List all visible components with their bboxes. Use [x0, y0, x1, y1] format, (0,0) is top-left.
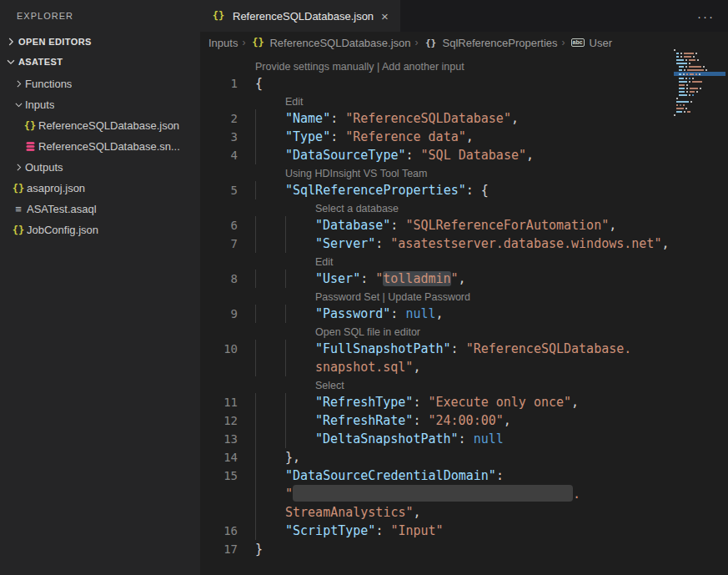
- breadcrumb-item-referencesqldatabase-json[interactable]: {}ReferenceSQLDatabase.json: [249, 37, 410, 49]
- tree-item-asatest-asaql[interactable]: ≡ASATest.asaql: [0, 199, 200, 219]
- tree-item-asaproj-json[interactable]: {}asaproj.json: [0, 178, 200, 199]
- indent-guide: [255, 181, 285, 199]
- section-open-editors[interactable]: OPEN EDITORS: [0, 32, 200, 52]
- codelens-row: Provide settings manually | Add another …: [200, 58, 728, 74]
- codelens-link[interactable]: Select a database: [315, 203, 399, 214]
- breadcrumb-label: SqlReferenceProperties: [443, 37, 558, 49]
- code-editor[interactable]: Provide settings manually | Add another …: [200, 53, 728, 575]
- explorer-sidebar: EXPLORER OPEN EDITORS ASATEST FunctionsI…: [0, 0, 200, 575]
- indent-guide: [255, 146, 285, 164]
- codelens-content[interactable]: Edit: [238, 93, 304, 109]
- tree-item-inputs[interactable]: Inputs: [0, 94, 200, 115]
- code-content[interactable]: {: [238, 74, 263, 93]
- codelens-link[interactable]: Using HDInsight VS Tool Team: [285, 168, 427, 179]
- minimap-line: [674, 65, 725, 68]
- code-line: 6"Database": "SQLReferenceForAutomation"…: [200, 216, 728, 235]
- code-content[interactable]: "FullSnapshotPath": "ReferenceSQLDatabas…: [238, 340, 631, 358]
- section-project-root[interactable]: ASATEST: [0, 52, 200, 72]
- codelens-content[interactable]: Edit: [238, 253, 334, 270]
- minimap-line: [674, 58, 725, 61]
- indent-guide: [285, 358, 315, 376]
- code-content[interactable]: "Database": "SQLReferenceForAutomation",: [238, 216, 616, 235]
- close-tab-icon[interactable]: ×: [379, 9, 390, 23]
- code-content[interactable]: "RefreshType": "Execute only once",: [238, 393, 579, 411]
- codelens-content[interactable]: Open SQL file in editor: [238, 323, 420, 340]
- editor-more-actions-icon[interactable]: ···: [697, 9, 728, 23]
- indent-guide: [255, 393, 285, 411]
- line-number: 2: [200, 109, 238, 128]
- breadcrumb-separator-icon: ›: [242, 37, 245, 48]
- tree-item-functions[interactable]: Functions: [0, 73, 200, 94]
- code-content[interactable]: },: [238, 448, 300, 467]
- codelens-link[interactable]: Open SQL file in editor: [315, 326, 420, 338]
- code-content[interactable]: "Server": "asatestserver.database.window…: [238, 235, 669, 253]
- codelens-content[interactable]: Select: [238, 376, 344, 393]
- line-number: [200, 93, 238, 109]
- indent-guide: [255, 305, 285, 323]
- codelens-link[interactable]: Edit: [315, 256, 334, 268]
- codelens-content[interactable]: Provide settings manually | Add another …: [238, 58, 464, 74]
- line-number: [200, 253, 238, 270]
- line-number: 4: [200, 146, 238, 164]
- code-content[interactable]: snapshot.sql",: [238, 358, 420, 376]
- breadcrumb-separator-icon: ›: [415, 37, 419, 48]
- code-content[interactable]: "DataSourceType": "SQL Database",: [238, 146, 534, 164]
- line-number: [200, 485, 238, 503]
- tree-item-outputs[interactable]: Outputs: [0, 157, 200, 178]
- code-line: ".: [200, 485, 728, 503]
- code-content[interactable]: "DataSourceCredentialDomain":: [238, 467, 504, 485]
- code-content[interactable]: "ScriptType": "Input": [238, 522, 444, 540]
- line-number: 15: [200, 467, 238, 485]
- indent-guide: [255, 128, 285, 146]
- minimap-line: [674, 97, 725, 99]
- code-line: 11"RefreshType": "Execute only once",: [200, 393, 728, 411]
- indent-guide: [285, 411, 315, 430]
- minimap-line: [674, 103, 725, 106]
- indent-guide: [285, 235, 315, 253]
- indent-guide: [255, 270, 285, 288]
- code-content[interactable]: "Password": null,: [238, 305, 444, 323]
- minimap[interactable]: [674, 48, 725, 117]
- breadcrumb-label: User: [590, 37, 612, 49]
- codelens-link[interactable]: Password Set | Update Password: [315, 291, 470, 303]
- code-content[interactable]: StreamAnalystics",: [238, 503, 421, 522]
- breadcrumb-item-user[interactable]: abcUser: [570, 37, 612, 49]
- breadcrumb-item-sqlreferenceproperties[interactable]: {}SqlReferenceProperties: [423, 37, 558, 49]
- indent-guide: [255, 358, 285, 376]
- database-icon: [22, 141, 38, 152]
- code-line: 9"Password": null,: [200, 305, 728, 323]
- code-content[interactable]: "Name": "ReferenceSQLDatabase",: [238, 109, 519, 128]
- code-content[interactable]: "Type": "Reference data",: [238, 128, 474, 146]
- codelens-content[interactable]: Using HDInsight VS Tool Team: [238, 164, 427, 181]
- code-content[interactable]: "SqlReferenceProperties": {: [238, 181, 489, 199]
- code-line: 5"SqlReferenceProperties": {: [200, 181, 728, 199]
- tree-item-referencesqldatabase-json[interactable]: {}ReferenceSQLDatabase.json: [0, 115, 200, 136]
- indent-guide: [285, 430, 315, 448]
- line-number: 16: [200, 522, 238, 540]
- breadcrumb-item-inputs[interactable]: Inputs: [208, 37, 238, 49]
- tree-item-label: ReferenceSQLDatabase.json: [38, 119, 179, 132]
- line-number: [200, 503, 238, 522]
- minimap-line: [674, 48, 725, 51]
- code-content[interactable]: "RefreshRate": "24:00:00",: [238, 411, 511, 430]
- code-content[interactable]: "User": "tolladmin",: [238, 270, 466, 288]
- tree-item-jobconfig-json[interactable]: {}JobConfig.json: [0, 219, 200, 240]
- indent-guide: [285, 393, 315, 411]
- code-content[interactable]: "DeltaSnapshotPath": null: [238, 430, 504, 448]
- tab-label: ReferenceSQLDatabase.json: [233, 10, 374, 23]
- code-content[interactable]: ".: [238, 485, 580, 503]
- codelens-content[interactable]: Select a database: [238, 199, 399, 216]
- codelens-link[interactable]: Select: [315, 380, 344, 391]
- line-number: [200, 199, 238, 216]
- indent-guide: [255, 430, 285, 448]
- tab-referencesqldatabase-json[interactable]: {} ReferenceSQLDatabase.json ×: [200, 0, 400, 32]
- minimap-line: [674, 100, 725, 103]
- codelens-link[interactable]: Provide settings manually | Add another …: [255, 61, 464, 73]
- code-content[interactable]: }: [238, 540, 263, 558]
- chevron-down-icon: [12, 99, 25, 110]
- line-number: 8: [200, 270, 238, 288]
- tree-item-referencesqldatabase-sn[interactable]: ReferenceSQLDatabase.sn...: [0, 136, 200, 157]
- codelens-content[interactable]: Password Set | Update Password: [238, 288, 470, 305]
- line-number: [200, 58, 238, 74]
- codelens-link[interactable]: Edit: [285, 96, 304, 108]
